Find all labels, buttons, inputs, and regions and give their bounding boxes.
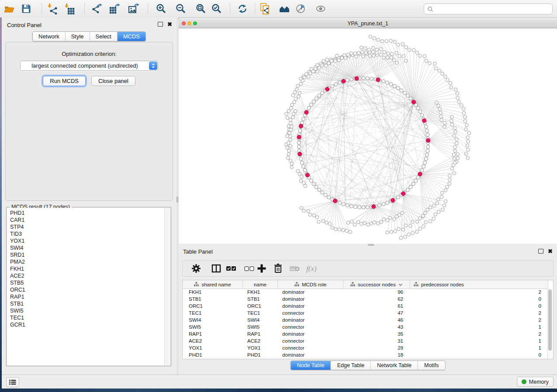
search-box[interactable]	[424, 3, 553, 14]
column-header-MCDS-role[interactable]: MCDS role	[278, 280, 343, 289]
tab-edge-table[interactable]: Edge Table	[331, 361, 371, 370]
table-cell[interactable]: 1	[410, 344, 548, 351]
tab-network-table[interactable]: Network Table	[371, 361, 418, 370]
first-neighbors-icon[interactable]	[279, 3, 290, 14]
close-panel-icon[interactable]: ✖	[167, 22, 172, 27]
mcds-result-item[interactable]: PHD1	[7, 210, 170, 217]
save-session-icon[interactable]	[21, 3, 32, 14]
float-panel-icon[interactable]	[538, 249, 543, 254]
split-columns-icon[interactable]	[211, 263, 222, 274]
import-table-icon[interactable]	[64, 3, 76, 14]
run-mcds-button[interactable]: Run MCDS	[43, 76, 86, 86]
zoom-fit-icon[interactable]	[195, 3, 207, 14]
table-cell[interactable]: 29	[343, 344, 410, 351]
mcds-result-item[interactable]: STP4	[7, 224, 170, 230]
mcds-result-item[interactable]: ORC1	[7, 286, 170, 293]
network-window-titlebar[interactable]: YPA_prune.txt_1	[179, 19, 557, 28]
mcds-result-item[interactable]: STB5	[7, 279, 170, 286]
close-panel-icon[interactable]: ✖	[548, 249, 553, 254]
memory-button[interactable]: Memory	[517, 377, 554, 387]
table-cell[interactable]: 0	[410, 303, 548, 309]
table-cell[interactable]: PHD1	[183, 351, 243, 358]
mcds-result-item[interactable]: STB1	[7, 300, 170, 307]
table-cell[interactable]: dominator	[278, 296, 343, 303]
table-scrollbar-thumb[interactable]	[548, 289, 552, 351]
table-cell[interactable]: connector	[278, 309, 343, 316]
table-row[interactable]: FKH1FKH1dominator962	[183, 289, 548, 296]
delete-column-icon[interactable]	[273, 263, 284, 274]
column-header-shared-name[interactable]: shared name	[183, 280, 243, 289]
mcds-result-item[interactable]: GCR1	[7, 321, 170, 328]
criterion-dropdown[interactable]: largest connected component (undirected)	[20, 61, 158, 71]
table-cell[interactable]: dominator	[278, 316, 343, 323]
tab-node-table[interactable]: Node Table	[291, 361, 331, 370]
network-graph[interactable]	[179, 28, 557, 244]
refresh-layout-icon[interactable]	[237, 3, 248, 14]
table-row[interactable]: ACE2ACE2connector311	[183, 337, 548, 344]
search-input[interactable]	[433, 5, 552, 14]
table-cell[interactable]: TEC1	[183, 309, 243, 316]
table-cell[interactable]: 2	[410, 330, 548, 337]
table-cell[interactable]: SWI5	[183, 323, 243, 330]
table-cell[interactable]: dominator	[278, 330, 343, 337]
table-row[interactable]: SWI4SWI4dominator462	[183, 316, 548, 323]
table-cell[interactable]: RAP1	[183, 330, 243, 337]
table-row[interactable]: STB1STB1dominator620	[183, 296, 548, 303]
export-network-icon[interactable]	[91, 3, 103, 14]
table-cell[interactable]: 31	[343, 337, 410, 344]
table-row[interactable]: PHD1PHD1dominator180	[183, 351, 548, 358]
table-cell[interactable]: FKH1	[243, 289, 278, 296]
table-cell[interactable]: 2	[410, 289, 548, 296]
zoom-out-icon[interactable]	[175, 3, 187, 14]
table-cell[interactable]: PHD1	[243, 351, 278, 358]
export-table-icon[interactable]	[109, 3, 120, 14]
table-cell[interactable]: 2	[410, 316, 548, 323]
table-cell[interactable]: 1	[410, 323, 548, 330]
mcds-result-item[interactable]: SRD1	[7, 251, 170, 258]
column-header-predecessor-nodes[interactable]: predecessor nodes	[410, 280, 548, 289]
mcds-result-item[interactable]: SWI4	[7, 244, 170, 251]
table-cell[interactable]: 35	[343, 330, 410, 337]
mcds-result-item[interactable]: PMA2	[7, 258, 170, 265]
tab-style[interactable]: Style	[66, 32, 90, 41]
table-cell[interactable]: SWI5	[243, 323, 278, 330]
table-cell[interactable]: dominator	[278, 351, 343, 358]
table-cell[interactable]: ORC1	[183, 303, 243, 309]
mcds-result-item[interactable]: ACE2	[7, 272, 170, 279]
zoom-selected-icon[interactable]	[211, 3, 222, 14]
table-cell[interactable]: connector	[278, 323, 343, 330]
table-cell[interactable]: SWI4	[243, 316, 278, 323]
open-file-icon[interactable]	[3, 3, 15, 14]
float-panel-icon[interactable]	[158, 22, 163, 27]
table-cell[interactable]: SWI4	[183, 316, 243, 323]
deselect-all-checkboxes-icon[interactable]	[244, 263, 255, 274]
column-header-successor-nodes[interactable]: successor nodes	[343, 280, 410, 289]
table-cell[interactable]: FKH1	[183, 289, 243, 296]
table-cell[interactable]: 0	[410, 296, 548, 303]
network-view-canvas[interactable]	[179, 28, 557, 244]
table-row[interactable]: RAP1RAP1dominator352	[183, 330, 548, 337]
mcds-result-item[interactable]: YOX1	[7, 237, 170, 244]
table-row[interactable]: SWI5SWI5connector431	[183, 323, 548, 330]
sort-chevron-icon[interactable]	[398, 282, 403, 287]
table-cell[interactable]: STB1	[243, 296, 278, 303]
settings-gear-icon[interactable]	[190, 263, 202, 274]
import-network-icon[interactable]	[47, 3, 59, 14]
table-cell[interactable]: ACE2	[243, 337, 278, 344]
export-image-icon[interactable]	[128, 3, 139, 14]
table-cell[interactable]: connector	[278, 337, 343, 344]
table-cell[interactable]: connector	[278, 344, 343, 351]
table-cell[interactable]: 96	[343, 289, 410, 296]
mcds-result-item[interactable]: TID3	[7, 230, 170, 237]
table-cell[interactable]: ACE2	[183, 337, 243, 344]
mcds-result-item[interactable]: RAP1	[7, 293, 170, 300]
table-cell[interactable]: 46	[343, 316, 410, 323]
table-cell[interactable]: ORC1	[243, 303, 278, 309]
table-row[interactable]: TEC1TEC1connector472	[183, 309, 548, 316]
table-cell[interactable]: RAP1	[243, 330, 278, 337]
table-cell[interactable]: dominator	[278, 303, 343, 309]
hide-selected-icon[interactable]	[295, 3, 307, 14]
table-row[interactable]: YOX1YOX1connector291	[183, 344, 548, 351]
table-cell[interactable]: dominator	[278, 289, 343, 296]
select-all-checkboxes-icon[interactable]	[225, 263, 237, 274]
